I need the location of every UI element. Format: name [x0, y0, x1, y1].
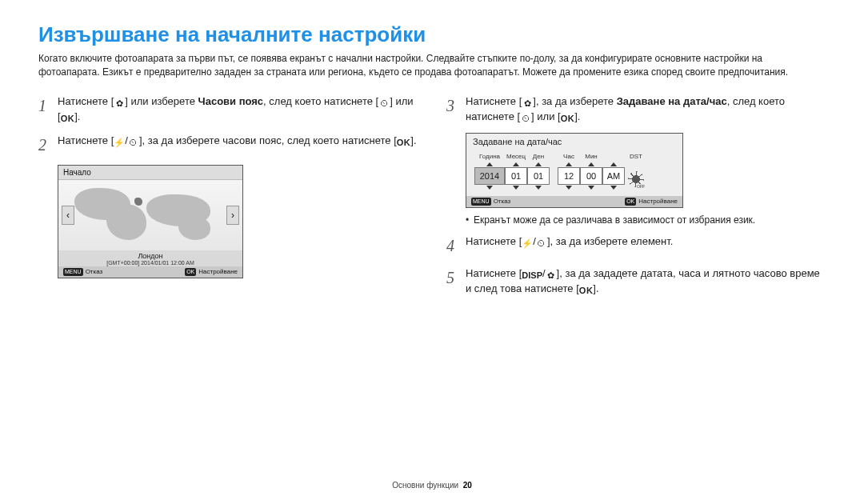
step-5: 5 Натиснете [DISP/✿], за да зададете дат…: [446, 266, 826, 297]
timezone-title: Начало: [58, 166, 242, 180]
label-hour: Час: [558, 153, 580, 160]
arrow-right-icon[interactable]: ›: [226, 206, 239, 225]
page-title: Извършване на началните настройки: [38, 22, 826, 47]
step-2: 2 Натиснете [⚡/⏲], за да изберете часови…: [38, 133, 418, 157]
page-footer: Основни функции 20: [0, 481, 864, 490]
menu-icon: MENU: [471, 198, 491, 206]
datetime-footer: MENUОтказ OKНастройване: [466, 196, 682, 207]
datetime-labels: Година Месец Ден Час Мин DST: [466, 150, 682, 160]
set-label: Настройване: [638, 198, 678, 205]
dst-icon[interactable]: [628, 171, 644, 187]
menu-icon: MENU: [63, 268, 83, 276]
disp-icon: DISP: [522, 270, 542, 281]
timer-icon: ⏲: [128, 137, 139, 148]
timezone-footer: MENUОтказ OKНастройване: [58, 266, 242, 278]
step-4-text: Натиснете [⚡/⏲], за да изберете елемент.: [466, 234, 826, 250]
set-label: Настройване: [198, 268, 238, 275]
step-number-1: 1: [38, 94, 58, 118]
flash-icon: ⚡: [522, 238, 533, 249]
ok-icon: OK: [561, 113, 575, 124]
arrow-left-icon[interactable]: ‹: [62, 206, 74, 225]
flower-icon: ✿: [114, 98, 125, 109]
step-number-3: 3: [446, 94, 466, 118]
ok-icon: OK: [61, 113, 75, 124]
spin-ampm[interactable]: AM: [602, 167, 625, 185]
flower-icon: ✿: [546, 270, 557, 281]
cancel-label: Отказ: [494, 198, 511, 205]
spin-day[interactable]: 01: [527, 167, 550, 185]
manual-page: Извършване на началните настройки Когато…: [0, 0, 864, 305]
spin-min[interactable]: 00: [580, 167, 602, 185]
step-5-text: Натиснете [DISP/✿], за да зададете датат…: [466, 266, 826, 297]
intro-paragraph: Когато включите фотоапарата за първи път…: [38, 52, 826, 79]
cancel-label: Отказ: [86, 268, 103, 275]
flash-icon: ⚡: [114, 137, 125, 148]
spin-hour[interactable]: 12: [558, 167, 580, 185]
step-3-text: Натиснете [✿], за да изберете Задаване н…: [466, 94, 826, 125]
datetime-screen-mock: Задаване на дата/час Година Месец Ден Ча…: [466, 133, 683, 208]
spin-month[interactable]: 01: [505, 167, 527, 185]
ok-icon: OK: [185, 268, 196, 276]
label-min: Мин: [580, 153, 602, 160]
world-map: ‹ ›: [58, 180, 242, 250]
step-1: 1 Натиснете [✿] или изберете Часови пояс…: [38, 94, 418, 125]
step-number-5: 5: [446, 266, 466, 290]
step-2-text: Натиснете [⚡/⏲], за да изберете часови п…: [58, 133, 418, 149]
timer-icon: ⏲: [378, 98, 390, 109]
timezone-screen-mock: Начало ‹ › Лондон [GMT+00:00] 2014/01/01…: [58, 165, 243, 278]
ok-icon: OK: [397, 137, 411, 148]
step-1-text: Натиснете [✿] или изберете Часови пояс, …: [58, 94, 418, 125]
label-month: Месец: [505, 153, 527, 160]
timer-icon: ⏲: [520, 113, 531, 124]
datetime-spinners: 2014 01 01 12 00 AM: [466, 160, 682, 196]
note-bullet: Екранът може да се различава в зависимос…: [466, 214, 826, 226]
step-number-2: 2: [38, 133, 58, 157]
label-day: Ден: [527, 153, 550, 160]
label-year: Година: [474, 153, 505, 160]
timer-icon: ⏲: [536, 238, 547, 249]
datetime-title: Задаване на дата/час: [466, 134, 682, 150]
gmt-label: [GMT+00:00] 2014/01/01 12:00 AM: [58, 260, 242, 266]
spin-year[interactable]: 2014: [474, 167, 505, 185]
step-4: 4 Натиснете [⚡/⏲], за да изберете елемен…: [446, 234, 826, 258]
flower-icon: ✿: [522, 98, 533, 109]
footer-section: Основни функции: [392, 481, 458, 490]
left-column: 1 Натиснете [✿] или изберете Часови пояс…: [38, 94, 418, 305]
two-column-layout: 1 Натиснете [✿] или изберете Часови пояс…: [38, 94, 826, 305]
ok-icon: OK: [625, 198, 636, 206]
footer-page: 20: [463, 481, 472, 490]
ok-icon: OK: [579, 285, 594, 296]
step-number-4: 4: [446, 234, 466, 258]
timezone-caption: Лондон [GMT+00:00] 2014/01/01 12:00 AM: [58, 250, 242, 266]
label-dst: DST: [625, 153, 647, 160]
step-3: 3 Натиснете [✿], за да изберете Задаване…: [446, 94, 826, 125]
city-label: Лондон: [138, 252, 162, 260]
right-column: 3 Натиснете [✿], за да изберете Задаване…: [446, 94, 826, 305]
